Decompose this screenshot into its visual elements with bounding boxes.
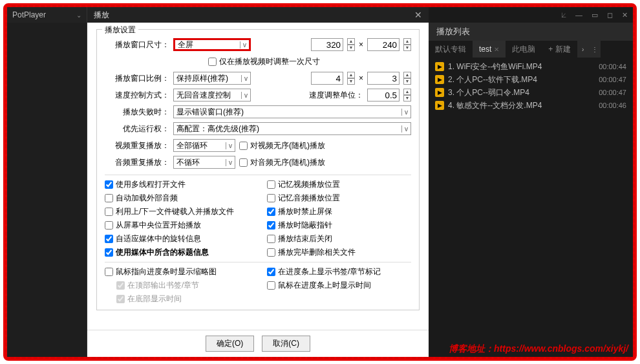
playlist-tab[interactable]: test✕ [473,41,506,58]
blog-link: 博客地址：https://www.cnblogs.com/xiykj/ [449,343,628,355]
option-checkbox[interactable]: 利用上/下一文件键载入并播放文件 [105,206,249,217]
cancel-button[interactable]: 取消(C) [262,336,310,352]
minimize-icon[interactable]: — [575,11,582,19]
dialog-body: 播放设置 播放窗口尺寸： 全屏 v ▲▼ × ▲▼ 仅在播放视频时调整一次尺寸 [87,23,429,330]
playlist-item[interactable]: ▶2. 个人PC--软件下载.MP400:00:47 [429,73,633,86]
playlist-item[interactable]: ▶4. 敏感文件--文档分发.MP400:00:46 [429,99,633,112]
playlist-tab[interactable]: 此电脑 [506,41,542,58]
dialog-titlebar: 播放 ✕ [87,7,429,23]
option-checkbox[interactable]: 鼠标指向进度条时显示缩略图 [105,266,249,277]
player-sidebar: PotPlayer ⌄ [7,7,87,357]
window-size-select[interactable]: 全屏 v [173,38,251,51]
option-checkbox[interactable]: 自适应媒体中的旋转信息 [105,233,249,244]
item-duration: 00:00:46 [599,102,626,109]
maximize-icon[interactable]: ◻ [607,11,613,19]
option-checkbox[interactable]: 播放结束后关闭 [267,233,411,244]
audio-repeat-select[interactable]: 不循环v [173,156,235,169]
option-checkbox[interactable]: 在进度条上显示书签/章节标记 [267,266,411,277]
player-title-bar: PotPlayer ⌄ [7,7,87,23]
playlist-title: 播放列表 [429,23,633,41]
only-resize-checkbox[interactable]: 仅在播放视频时调整一次尺寸 [208,56,320,67]
item-duration: 00:00:47 [599,76,626,83]
playlist-item[interactable]: ▶1. WiFi安全--钓鱼WiFi.MP400:00:44 [429,60,633,73]
priority-select[interactable]: 高配置：高优先级(推荐)v [173,122,411,135]
playlist-tab[interactable]: 默认专辑 [429,41,473,58]
priority-label: 优先运行权： [105,123,169,134]
item-name: 3. 个人PC--弱口令.MP4 [448,87,529,98]
option-checkbox[interactable]: 在顶部输出书签/章节 [105,280,249,291]
option-checkbox[interactable]: 播放完毕删除相关文件 [267,247,411,258]
video-shuffle-checkbox[interactable]: 对视频无序(随机)播放 [239,140,325,151]
height-input[interactable] [367,38,400,51]
window-size-label: 播放窗口尺寸： [105,39,169,50]
speed-mode-label: 速度控制方式： [105,90,169,101]
option-checkbox[interactable]: 使用媒体中所含的标题信息 [105,247,249,258]
playlist-tab[interactable]: + 新建 [542,41,577,58]
fail-select[interactable]: 显示错误窗口(推荐)v [173,105,411,118]
playlist-item[interactable]: ▶3. 个人PC--弱口令.MP400:00:47 [429,86,633,99]
close-icon[interactable]: ✕ [494,46,499,53]
window-controls: ⟀ — ▭ ◻ ✕ [429,7,633,23]
play-icon: ▶ [435,62,444,71]
audio-shuffle-checkbox[interactable]: 对音频无序(随机)播放 [239,157,325,168]
option-checkbox[interactable]: 播放时隐蔽指针 [267,220,411,231]
play-icon: ▶ [435,101,444,110]
option-checkbox[interactable]: 从屏幕中央位置开始播放 [105,220,249,231]
ratio-select[interactable]: 保持原样(推荐)v [173,72,251,85]
settings-dialog: 播放 ✕ 播放设置 播放窗口尺寸： 全屏 v ▲▼ × ▲▼ [87,7,429,357]
ok-button[interactable]: 确定(O) [206,336,254,352]
item-duration: 00:00:44 [599,63,626,70]
ratio-a-input[interactable] [311,72,343,85]
chevron-down-icon: v [241,75,250,82]
speed-unit-input[interactable] [367,89,400,102]
ratio-label: 播放窗口比例： [105,73,169,84]
restore-icon[interactable]: ▭ [592,11,598,19]
app-window: PotPlayer ⌄ 播放 ✕ 播放设置 播放窗口尺寸： 全屏 v ▲▼ [7,7,633,357]
play-settings-fieldset: 播放设置 播放窗口尺寸： 全屏 v ▲▼ × ▲▼ 仅在播放视频时调整一次尺寸 [96,29,420,310]
item-name: 2. 个人PC--软件下载.MP4 [448,74,537,85]
tab-menu-icon[interactable]: ⋮ [589,41,601,58]
fail-label: 播放失败时： [105,107,169,118]
speed-mode-select[interactable]: 无回音速度控制v [173,89,251,102]
video-repeat-label: 视频重复播放： [105,140,169,151]
option-checkbox[interactable]: 自动加载外部音频 [105,193,249,204]
option-checkbox[interactable]: 鼠标在进度条上时显示时间 [267,280,411,291]
width-spinner[interactable]: ▲▼ [347,38,355,51]
chevron-down-icon: v [226,159,235,166]
chevron-down-icon: v [241,92,250,99]
close-icon[interactable]: ✕ [622,11,628,19]
item-name: 1. WiFi安全--钓鱼WiFi.MP4 [448,61,542,72]
speed-unit-label: 速度调整单位： [309,90,363,101]
width-input[interactable] [311,38,343,51]
audio-repeat-label: 音频重复播放： [105,157,169,168]
chevron-down-icon: v [240,41,249,48]
play-icon: ▶ [435,75,444,84]
chevron-down-icon: v [226,142,235,149]
chevron-down-icon: v [401,109,411,116]
fieldset-legend: 播放设置 [102,25,138,36]
option-checkbox[interactable]: 记忆音频播放位置 [267,193,411,204]
option-checkbox[interactable]: 使用多线程打开文件 [105,179,249,190]
chevron-down-icon[interactable]: ⌄ [76,12,81,19]
video-repeat-select[interactable]: 全部循环v [173,139,235,152]
item-name: 4. 敏感文件--文档分发.MP4 [448,100,542,111]
dialog-buttons: 确定(O) 取消(C) [87,330,429,357]
play-icon: ▶ [435,88,444,97]
pin-icon[interactable]: ⟀ [562,11,566,19]
tab-overflow-icon[interactable]: › [577,41,589,58]
chevron-down-icon: v [401,125,411,133]
playlist-panel: ⟀ — ▭ ◻ ✕ 播放列表 默认专辑test✕此电脑+ 新建›⋮ ▶1. Wi… [429,7,633,357]
dialog-title: 播放 [94,10,109,21]
option-checkbox[interactable]: 记忆视频播放位置 [267,179,411,190]
option-checkbox[interactable]: 在底部显示时间 [105,294,249,305]
app-name: PotPlayer [12,10,46,19]
item-duration: 00:00:47 [599,89,626,96]
option-checkbox[interactable]: 播放时禁止屏保 [267,206,411,217]
ratio-b-input[interactable] [367,72,400,85]
height-spinner[interactable]: ▲▼ [403,38,411,51]
close-icon[interactable]: ✕ [414,10,422,20]
